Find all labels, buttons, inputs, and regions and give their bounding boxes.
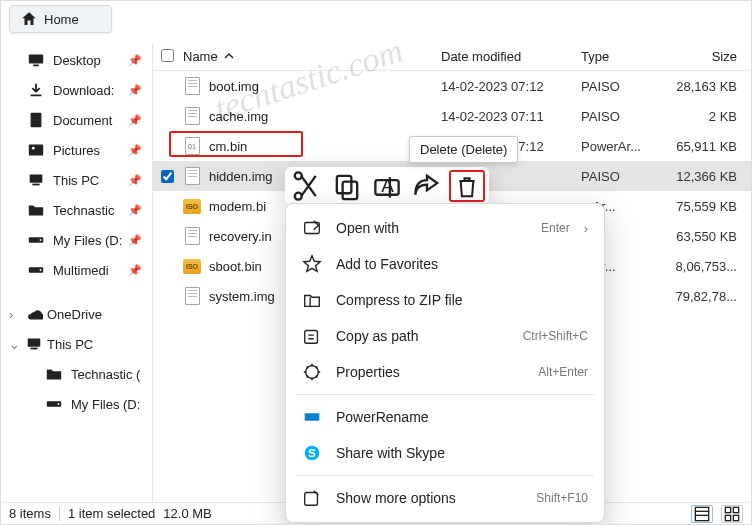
delete-button[interactable] xyxy=(449,170,485,202)
svg-point-4 xyxy=(32,147,35,150)
file-date: 14-02-2023 07:12 xyxy=(441,79,581,94)
file-type: PAISO xyxy=(581,109,665,124)
share-button[interactable] xyxy=(409,170,445,202)
row-checkbox[interactable] xyxy=(161,260,183,273)
menu-shortcut: Ctrl+Shift+C xyxy=(523,329,588,343)
row-checkbox[interactable] xyxy=(161,110,183,123)
status-size: 12.0 MB xyxy=(163,506,211,521)
iso-file-icon: ISO xyxy=(183,259,201,274)
menu-item-skype[interactable]: S Share with Skype xyxy=(286,435,604,471)
copy-button[interactable] xyxy=(329,170,365,202)
menu-item-props[interactable]: Properties Alt+Enter xyxy=(286,354,604,390)
menu-item-more[interactable]: Show more options Shift+F10 xyxy=(286,480,604,516)
file-name: sboot.bin xyxy=(209,259,262,274)
svg-text:A: A xyxy=(381,175,394,196)
column-header-row: Name Date modified Type Size xyxy=(153,43,751,71)
onedrive-icon xyxy=(25,305,43,323)
menu-item-copypath[interactable]: Copy as path Ctrl+Shift+C xyxy=(286,318,604,354)
menu-item-powerrename[interactable]: PowerRename xyxy=(286,399,604,435)
file-date: 14-02-2023 07:11 xyxy=(441,109,581,124)
address-bar: Home xyxy=(1,1,751,43)
nav-tree-child[interactable]: My Files (D: xyxy=(1,389,152,419)
row-checkbox[interactable] xyxy=(161,170,183,183)
svg-rect-6 xyxy=(32,184,39,186)
svg-rect-34 xyxy=(733,507,738,512)
svg-point-16 xyxy=(295,172,302,179)
pictures-icon xyxy=(27,141,45,159)
column-name[interactable]: Name xyxy=(183,49,441,64)
drive-icon xyxy=(27,231,45,249)
file-name: system.img xyxy=(209,289,275,304)
view-large-button[interactable] xyxy=(721,505,743,523)
column-type[interactable]: Type xyxy=(581,49,665,64)
row-checkbox[interactable] xyxy=(161,230,183,243)
file-size: 8,06,753... xyxy=(665,259,751,274)
folder-dark-icon xyxy=(45,365,63,383)
file-size: 63,550 KB xyxy=(665,229,751,244)
file-row[interactable]: boot.img 14-02-2023 07:12 PAISO 28,163 K… xyxy=(153,71,751,101)
text-file-icon xyxy=(185,287,200,305)
nav-quick-drive[interactable]: Multimedi📌 xyxy=(1,255,152,285)
skype-icon: S xyxy=(302,443,322,463)
column-date[interactable]: Date modified xyxy=(441,49,581,64)
text-file-icon xyxy=(185,227,200,245)
sort-asc-icon xyxy=(224,49,234,64)
nav-tree-child[interactable]: Technastic ( xyxy=(1,359,152,389)
row-checkbox[interactable] xyxy=(161,290,183,303)
file-size: 65,911 KB xyxy=(665,139,751,154)
nav-quick-desktop[interactable]: Desktop📌 xyxy=(1,45,152,75)
svg-rect-35 xyxy=(725,515,730,520)
nav-quick-drive[interactable]: My Files (D:📌 xyxy=(1,225,152,255)
svg-point-15 xyxy=(295,193,302,200)
nav-quick-document[interactable]: Document📌 xyxy=(1,105,152,135)
svg-point-8 xyxy=(40,239,42,241)
svg-rect-18 xyxy=(343,182,358,199)
nav-quick-thispc[interactable]: This PC📌 xyxy=(1,165,152,195)
cut-button[interactable] xyxy=(289,170,325,202)
context-action-bar: A xyxy=(285,167,489,205)
props-icon xyxy=(302,362,322,382)
text-file-icon xyxy=(185,77,200,95)
nav-tree-thispc[interactable]: ⌄This PC xyxy=(1,329,152,359)
file-size: 12,366 KB xyxy=(665,169,751,184)
star-icon xyxy=(302,254,322,274)
file-size: 75,559 KB xyxy=(665,199,751,214)
row-checkbox[interactable] xyxy=(161,140,183,153)
file-type: PAISO xyxy=(581,79,665,94)
chevron-right-icon: › xyxy=(584,221,588,236)
home-breadcrumb[interactable]: Home xyxy=(9,5,112,33)
file-name: cm.bin xyxy=(209,139,247,154)
file-name: cache.img xyxy=(209,109,268,124)
row-checkbox[interactable] xyxy=(161,200,183,213)
drive-icon xyxy=(45,395,63,413)
file-size: 79,82,78... xyxy=(665,289,751,304)
menu-shortcut: Enter xyxy=(541,221,570,235)
svg-rect-2 xyxy=(31,113,42,127)
pin-icon: 📌 xyxy=(128,204,142,217)
svg-rect-36 xyxy=(733,515,738,520)
nav-pane: Desktop📌Download:📌Document📌Pictures📌This… xyxy=(1,43,153,506)
svg-rect-24 xyxy=(305,331,318,344)
svg-rect-33 xyxy=(725,507,730,512)
nav-quick-pictures[interactable]: Pictures📌 xyxy=(1,135,152,165)
view-details-button[interactable] xyxy=(691,505,713,523)
file-name: boot.img xyxy=(209,79,259,94)
menu-item-star[interactable]: Add to Favorites xyxy=(286,246,604,282)
pin-icon: 📌 xyxy=(128,264,142,277)
menu-shortcut: Shift+F10 xyxy=(536,491,588,505)
column-size[interactable]: Size xyxy=(665,49,751,64)
menu-item-zip[interactable]: Compress to ZIP file xyxy=(286,282,604,318)
row-checkbox[interactable] xyxy=(161,80,183,93)
copypath-icon xyxy=(302,326,322,346)
menu-item-openwith[interactable]: Open with Enter › xyxy=(286,210,604,246)
rename-button[interactable]: A xyxy=(369,170,405,202)
nav-quick-folder-dark[interactable]: Technastic📌 xyxy=(1,195,152,225)
drive-icon xyxy=(27,261,45,279)
context-menu: Open with Enter › Add to Favorites Compr… xyxy=(285,203,605,523)
text-file-icon xyxy=(185,167,200,185)
file-row[interactable]: cache.img 14-02-2023 07:11 PAISO 2 KB xyxy=(153,101,751,131)
select-all-checkbox[interactable] xyxy=(161,49,183,65)
nav-tree-onedrive[interactable]: ›OneDrive xyxy=(1,299,152,329)
file-name: modem.bi xyxy=(209,199,266,214)
nav-quick-download[interactable]: Download:📌 xyxy=(1,75,152,105)
